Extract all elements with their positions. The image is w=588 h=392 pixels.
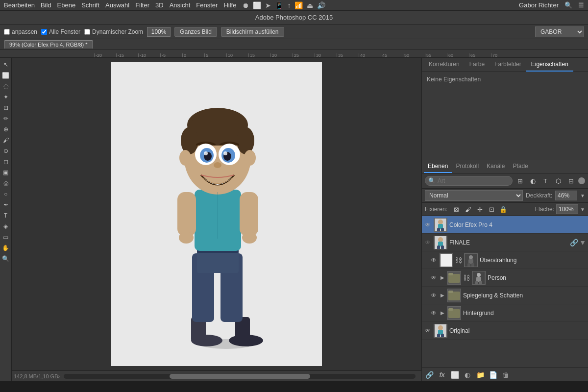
menu-item-fenster[interactable]: Fenster (196, 1, 218, 9)
tab-korrekturen[interactable]: Korrekturen (424, 58, 465, 72)
canvas-scrollbar[interactable]: 142,8 MB/1,10 GB › (12, 370, 421, 381)
layer-link-footer-icon[interactable]: 🔗 (424, 369, 435, 380)
eyedropper-tool[interactable]: ✏ (1, 114, 11, 123)
blend-mode-select[interactable]: Normal (425, 190, 523, 201)
menu-item-schrift[interactable]: Schrift (81, 1, 99, 9)
canvas-document[interactable] (111, 62, 322, 366)
options-bar: anpassen Alle Fenster Dynamischer Zoom G… (0, 24, 588, 39)
fix-position-icon[interactable]: ✛ (475, 205, 485, 214)
tab-kanaele[interactable]: Kanäle (483, 160, 509, 173)
text-layer-icon[interactable]: T (540, 175, 551, 186)
file-tab-item[interactable]: 99% (Color Efex Pro 4, RGB/8) * (4, 40, 93, 49)
layer-delete-icon[interactable]: 🗑 (500, 369, 511, 380)
zoom-tool[interactable]: 🔍 (1, 254, 11, 264)
layer-ueberstrahlung[interactable]: 👁 ⛓ (422, 251, 588, 269)
workspace-select[interactable]: GABOR (535, 26, 584, 37)
move-tool[interactable]: ↖ (1, 60, 11, 70)
scroll-thumb[interactable] (170, 374, 310, 379)
text-tool[interactable]: T (1, 211, 11, 220)
fix-lock-icon[interactable]: 🔒 (498, 205, 508, 214)
layer-new-group-icon[interactable]: 📁 (475, 369, 486, 380)
canvas-area[interactable]: 142,8 MB/1,10 GB › (12, 58, 421, 381)
tab-pfade[interactable]: Pfade (509, 160, 532, 173)
layer-adjustment-footer-icon[interactable]: ◐ (462, 369, 473, 380)
layer-filter-box[interactable]: 🔍 (425, 176, 513, 186)
heal-tool[interactable]: ⊕ (1, 124, 11, 134)
eye-visibility-icon[interactable]: 👁 (430, 309, 438, 317)
properties-tabs: Korrekturen Farbe Farbfelder Eigenschaft… (422, 58, 588, 72)
layer-fx-footer-icon[interactable]: fx (437, 369, 447, 380)
layer-mode-circle[interactable] (578, 177, 585, 184)
zoom-input[interactable] (147, 27, 171, 37)
flaeche-arrow-icon[interactable]: ▼ (580, 207, 585, 212)
clone-tool[interactable]: ⊙ (1, 146, 11, 156)
menu-item-3d[interactable]: 3D (155, 1, 164, 9)
layer-person[interactable]: 👁 ▶ ⛓ (422, 269, 588, 287)
opacity-input[interactable] (555, 191, 577, 200)
crop-tool[interactable]: ⊡ (1, 103, 11, 113)
layer-hintergrund[interactable]: 👁 ▶ Hintergrund (422, 304, 588, 322)
eye-visibility-icon[interactable]: 👁 (424, 327, 432, 335)
opacity-arrow-icon[interactable]: ▼ (580, 193, 585, 198)
magic-wand-tool[interactable]: ✦ (1, 92, 11, 102)
brush-tool[interactable]: 🖌 (1, 135, 11, 145)
expand-icon[interactable]: ▶ (440, 310, 445, 316)
layer-new-layer-icon[interactable]: 📄 (488, 369, 498, 380)
expand-icon[interactable]: ▶ (440, 275, 445, 281)
expand-icon[interactable]: ▶ (440, 293, 445, 298)
smart-layer-icon[interactable]: ⊟ (565, 175, 576, 186)
menu-item-ansicht[interactable]: Ansicht (170, 1, 191, 9)
menu-item-bearbeiten[interactable]: Bearbeiten (4, 1, 35, 9)
layer-original[interactable]: 👁 Original (422, 322, 588, 340)
layer-spiegelung[interactable]: 👁 ▶ Spiegelung & Schatten (422, 287, 588, 304)
layer-finale[interactable]: 👁 FINALE 🔗 ▼ (422, 234, 588, 251)
fix-transform-icon[interactable]: ⊡ (487, 205, 496, 214)
status-arrow[interactable]: › (58, 373, 60, 379)
alle-fenster-checkbox[interactable] (41, 29, 47, 35)
fix-transparent-icon[interactable]: ⊠ (451, 205, 461, 214)
vector-layer-icon[interactable]: ⬡ (553, 175, 564, 186)
menu-item-auswahl[interactable]: Auswahl (105, 1, 129, 9)
menu-list-icon[interactable]: ☰ (578, 1, 584, 9)
dynamischer-zoom-checkbox[interactable] (84, 29, 90, 35)
menu-item-ebene[interactable]: Ebene (57, 1, 76, 9)
shape-tool[interactable]: ▭ (1, 232, 11, 242)
bildschirm-button[interactable]: Bildschirm ausfüllen (221, 27, 284, 37)
layer-options-icon[interactable]: ▼ (579, 239, 586, 246)
ganzes-bild-button[interactable]: Ganzes Bild (174, 27, 217, 37)
gradient-tool[interactable]: ▣ (1, 168, 11, 177)
tab-eigenschaften[interactable]: Eigenschaften (526, 58, 573, 72)
fix-brush-icon[interactable]: 🖌 (463, 205, 473, 214)
search-icon[interactable]: 🔍 (564, 1, 572, 9)
lasso-tool[interactable]: ◌ (1, 81, 11, 91)
scroll-track[interactable] (64, 374, 416, 379)
path-select-tool[interactable]: ◈ (1, 221, 11, 231)
layers-list[interactable]: 👁 Color Efex Pro 4 👁 (422, 216, 588, 368)
eye-visibility-icon[interactable]: 👁 (424, 239, 432, 246)
new-pixel-layer-icon[interactable]: ⊞ (514, 175, 525, 186)
tab-ebenen[interactable]: Ebenen (424, 160, 452, 173)
eye-visibility-icon[interactable]: 👁 (424, 221, 432, 229)
blur-tool[interactable]: ◎ (1, 178, 11, 188)
eye-visibility-icon[interactable]: 👁 (430, 274, 438, 282)
tab-protokoll[interactable]: Protokoll (452, 160, 483, 173)
tab-farbfelder[interactable]: Farbfelder (490, 58, 526, 72)
layer-color-efex[interactable]: 👁 Color Efex Pro 4 (422, 216, 588, 234)
tab-farbe[interactable]: Farbe (465, 58, 490, 72)
menu-item-filter[interactable]: Filter (135, 1, 149, 9)
flaeche-input[interactable] (556, 204, 578, 214)
layer-filter-input[interactable] (438, 177, 467, 184)
adjustment-layer-icon[interactable]: ◐ (527, 175, 538, 186)
anpassen-checkbox[interactable] (4, 29, 10, 35)
pen-tool[interactable]: ✒ (1, 200, 11, 210)
eye-visibility-icon[interactable]: 👁 (430, 256, 438, 264)
select-tool[interactable]: ⬜ (1, 71, 11, 80)
menu-item-hilfe[interactable]: Hilfe (223, 1, 236, 9)
hand-tool[interactable]: ✋ (1, 243, 11, 253)
layer-mask-footer-icon[interactable]: ⬜ (449, 369, 460, 380)
eraser-tool[interactable]: ◻ (1, 157, 11, 167)
dodge-tool[interactable]: ○ (1, 189, 11, 199)
menu-item-bild[interactable]: Bild (41, 1, 51, 9)
eye-visibility-icon[interactable]: 👁 (430, 292, 438, 299)
layer-link-icon[interactable]: 🔗 (570, 239, 578, 246)
